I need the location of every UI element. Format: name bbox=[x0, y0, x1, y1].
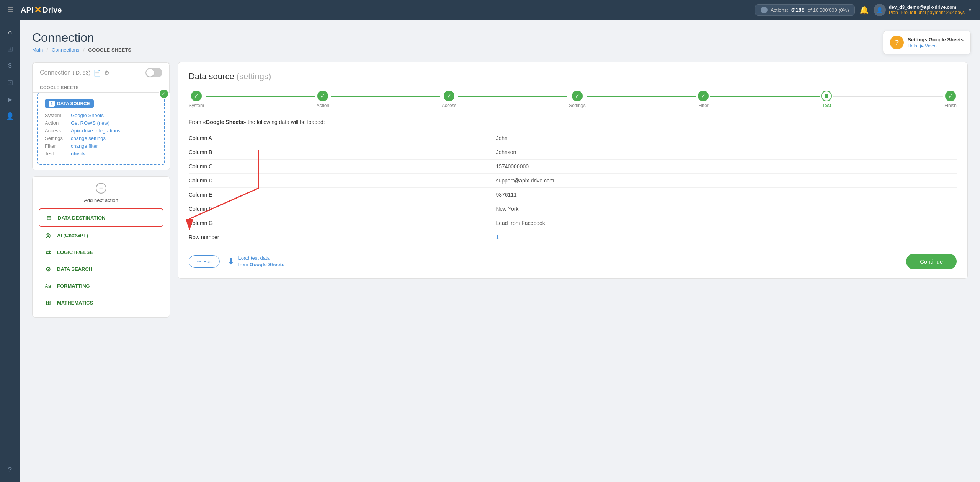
sidebar-item-connections[interactable]: ⊞ bbox=[2, 41, 18, 57]
ds-panel-subtitle: (settings) bbox=[237, 72, 271, 81]
action-item-mathematics[interactable]: ⊞ MATHEMATICS bbox=[39, 294, 163, 311]
help-text: Settings Google Sheets Help ▶ Video bbox=[908, 37, 964, 49]
edit-button[interactable]: ✏ Edit bbox=[189, 255, 220, 268]
data-source-panel: Data source (settings) ✓ System ✓ bbox=[178, 62, 968, 279]
stepper: ✓ System ✓ Action ✓ Access bbox=[189, 91, 957, 108]
table-row: Column B Johnson bbox=[189, 145, 957, 160]
step-test: Test bbox=[821, 91, 832, 108]
help-link[interactable]: Help bbox=[908, 43, 917, 49]
user-avatar: 👤 bbox=[874, 4, 886, 16]
check-badge: ✓ bbox=[159, 89, 169, 99]
sidebar-item-user[interactable]: 👤 bbox=[2, 109, 18, 124]
mathematics-icon: ⊞ bbox=[42, 297, 53, 308]
ds-row-access: Access Apix-drive Integrations bbox=[45, 128, 157, 134]
logo-api: API bbox=[21, 6, 33, 15]
help-widget: ? Settings Google Sheets Help ▶ Video bbox=[883, 31, 971, 54]
sidebar: ⌂ ⊞ $ ⊡ ▶ 👤 ? bbox=[0, 20, 20, 482]
add-action-title: Add next action bbox=[39, 197, 163, 203]
sidebar-item-briefcase[interactable]: ⊡ bbox=[2, 75, 18, 90]
continue-button[interactable]: Continue bbox=[906, 254, 957, 269]
actions-count: 6'188 bbox=[791, 7, 804, 13]
connection-title: Connection (ID: 93) bbox=[40, 69, 90, 76]
help-title: Settings Google Sheets bbox=[908, 37, 964, 42]
step-line-6 bbox=[833, 96, 943, 97]
step-system-label: System bbox=[189, 103, 204, 108]
bell-icon[interactable]: 🔔 bbox=[859, 5, 869, 15]
data-source-box: ✓ 1 DATA SOURCE System Google Sheets Act… bbox=[37, 93, 165, 165]
action-item-data-destination[interactable]: ⊞ DATA DESTINATION bbox=[39, 208, 163, 227]
info-icon: i bbox=[761, 7, 768, 13]
ds-row-test: Test check bbox=[45, 151, 157, 156]
step-action: ✓ Action bbox=[317, 91, 329, 108]
action-item-formatting[interactable]: Aa FORMATTING bbox=[39, 277, 163, 294]
user-plan: Plan |Pro| left until payment 292 days bbox=[889, 10, 965, 15]
help-links: Help ▶ Video bbox=[908, 43, 964, 49]
outer-source: Connection (ID: 93) 📄 ⚙ GOOGLE SHEETS ✓ … bbox=[32, 62, 170, 170]
table-row: Column D support@apix-drive.com bbox=[189, 174, 957, 188]
sidebar-item-home[interactable]: ⌂ bbox=[2, 24, 18, 40]
connection-header: Connection (ID: 93) 📄 ⚙ bbox=[33, 62, 170, 83]
step-test-label: Test bbox=[822, 103, 831, 108]
user-email: dev_d3_demo@apix-drive.com bbox=[889, 5, 965, 10]
sidebar-item-help[interactable]: ? bbox=[2, 462, 18, 477]
ds-row-settings: Settings change settings bbox=[45, 135, 157, 141]
step-finish-circle: ✓ bbox=[945, 91, 956, 101]
breadcrumb-connections[interactable]: Connections bbox=[52, 47, 79, 53]
step-line-1 bbox=[206, 96, 315, 97]
load-test-data-button[interactable]: ⬇ Load test data from Google Sheets bbox=[227, 255, 284, 268]
load-text: Load test data from Google Sheets bbox=[238, 255, 284, 268]
step-test-circle bbox=[821, 91, 832, 101]
step-finish-label: Finish bbox=[944, 103, 957, 108]
breadcrumb-current: GOOGLE SHEETS bbox=[88, 47, 131, 53]
page-title: Connection bbox=[32, 31, 968, 45]
ai-chatgpt-icon: ◎ bbox=[42, 230, 53, 241]
toggle-switch[interactable] bbox=[145, 68, 162, 77]
user-area[interactable]: 👤 dev_d3_demo@apix-drive.com Plan |Pro| … bbox=[874, 4, 972, 16]
action-item-data-search[interactable]: ⊙ DATA SEARCH bbox=[39, 261, 163, 277]
ds-row-action: Action Get ROWS (new) bbox=[45, 120, 157, 126]
table-row: Column G Lead from Facebook bbox=[189, 216, 957, 230]
topnav: ☰ API ✕ Drive i Actions: 6'188 of 10'000… bbox=[0, 0, 980, 20]
data-search-icon: ⊙ bbox=[42, 264, 53, 274]
table-row: Column C 15740000000 bbox=[189, 160, 957, 174]
ds-row-system: System Google Sheets bbox=[45, 112, 157, 118]
bottom-actions: ✏ Edit ⬇ Load test data from Google Shee… bbox=[189, 254, 957, 269]
add-action-section: + Add next action ⊞ DATA DESTINATION ◎ A… bbox=[32, 176, 170, 318]
source-label: GOOGLE SHEETS bbox=[33, 83, 170, 92]
data-destination-icon: ⊞ bbox=[43, 212, 54, 223]
actions-label: Actions: bbox=[771, 7, 788, 13]
step-line-2 bbox=[331, 96, 440, 97]
action-item-ai-chatgpt[interactable]: ◎ AI (ChatGPT) bbox=[39, 227, 163, 244]
doc-icon[interactable]: 📄 bbox=[93, 69, 101, 77]
table-row: Column F New York bbox=[189, 202, 957, 216]
step-action-circle: ✓ bbox=[317, 91, 328, 101]
actions-badge: i Actions: 6'188 of 10'000'000 (0%) bbox=[755, 4, 855, 16]
logic-icon: ⇄ bbox=[42, 247, 53, 257]
step-system: ✓ System bbox=[189, 91, 204, 108]
add-icon-circle[interactable]: + bbox=[96, 183, 106, 194]
action-item-logic[interactable]: ⇄ LOGIC IF/ELSE bbox=[39, 244, 163, 261]
step-filter: ✓ Filter bbox=[698, 91, 709, 108]
step-access-circle: ✓ bbox=[444, 91, 454, 101]
table-row: Row number 1 bbox=[189, 230, 957, 244]
sidebar-item-video[interactable]: ▶ bbox=[2, 92, 18, 107]
step-settings-circle: ✓ bbox=[572, 91, 583, 101]
edit-icon: ✏ bbox=[197, 259, 201, 264]
video-link[interactable]: ▶ Video bbox=[920, 43, 937, 49]
sidebar-item-billing[interactable]: $ bbox=[2, 58, 18, 73]
logo-x: ✕ bbox=[34, 5, 42, 15]
table-row: Column E 9876111 bbox=[189, 188, 957, 202]
hamburger-icon[interactable]: ☰ bbox=[8, 6, 14, 14]
data-table: Column A John Column B Johnson Column C … bbox=[189, 131, 957, 244]
step-access-label: Access bbox=[442, 103, 457, 108]
breadcrumb-main[interactable]: Main bbox=[32, 47, 43, 53]
gear-icon[interactable]: ⚙ bbox=[104, 69, 109, 77]
breadcrumb: Main / Connections / GOOGLE SHEETS bbox=[32, 47, 968, 53]
logo-drive: Drive bbox=[42, 6, 62, 15]
step-line-4 bbox=[587, 96, 697, 97]
step-filter-circle: ✓ bbox=[698, 91, 709, 101]
step-action-label: Action bbox=[317, 103, 329, 108]
step-filter-label: Filter bbox=[698, 103, 709, 108]
two-col-layout: Connection (ID: 93) 📄 ⚙ GOOGLE SHEETS ✓ … bbox=[32, 62, 968, 318]
step-line-5 bbox=[710, 96, 820, 97]
